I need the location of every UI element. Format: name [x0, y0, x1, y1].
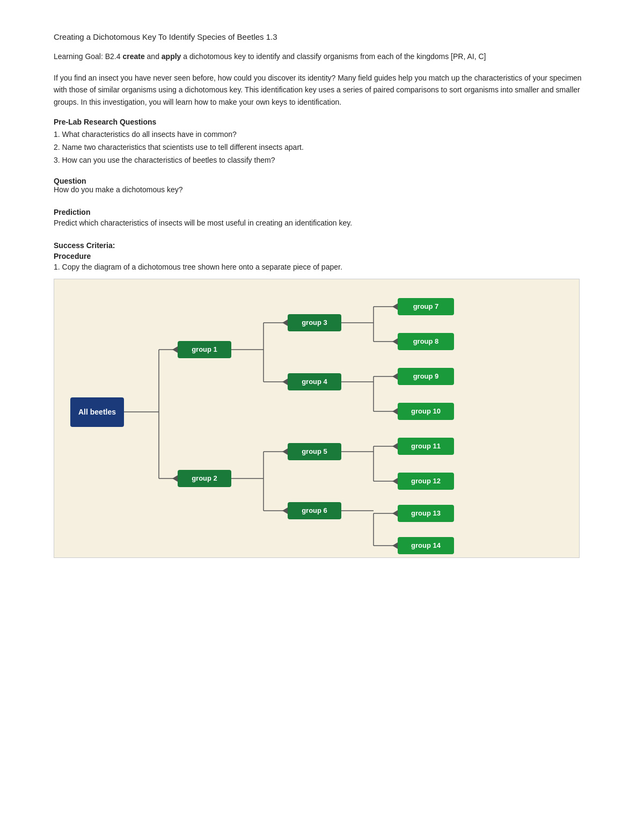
- group4-label: group 4: [302, 378, 327, 386]
- question-section: Question How do you make a dichotomous k…: [54, 177, 590, 194]
- svg-marker-35: [392, 338, 398, 345]
- svg-marker-32: [282, 448, 288, 455]
- svg-marker-38: [392, 443, 398, 449]
- node-group11: group 11: [398, 438, 454, 455]
- question-3: 3. How can you use the characteristics o…: [54, 154, 590, 167]
- group13-label: group 13: [411, 509, 441, 517]
- prediction-header: Prediction: [54, 208, 590, 216]
- node-group9: group 9: [398, 368, 454, 385]
- svg-marker-31: [282, 379, 288, 385]
- questions-list: 1. What characteristics do all insects h…: [54, 128, 590, 166]
- svg-marker-33: [282, 507, 288, 514]
- tree-diagram: All beetles group 1 group 2 group 3 grou…: [54, 279, 580, 558]
- create-bold: create: [122, 52, 144, 61]
- success-header: Success Criteria:: [54, 241, 590, 250]
- group11-label: group 11: [411, 442, 441, 450]
- node-group13: group 13: [398, 505, 454, 522]
- learning-goal-suffix: a dichotomous key to identify and classi…: [181, 52, 486, 61]
- group12-label: group 12: [411, 477, 441, 485]
- prediction-body: Predict which characteristics of insects…: [54, 219, 590, 227]
- all-beetles-label: All beetles: [78, 408, 116, 416]
- learning-goal-mid: and: [145, 52, 162, 61]
- group9-label: group 9: [413, 372, 439, 380]
- node-group1: group 1: [178, 341, 231, 358]
- svg-marker-41: [392, 542, 398, 549]
- apply-bold: apply: [162, 52, 181, 61]
- node-group6: group 6: [288, 502, 341, 519]
- page-title: Creating a Dichotomous Key To Identify S…: [54, 32, 590, 41]
- group8-label: group 8: [413, 337, 439, 345]
- question-body: How do you make a dichotomous key?: [54, 185, 590, 194]
- node-group7: group 7: [398, 298, 454, 315]
- pre-lab-section: Pre-Lab Research Questions 1. What chara…: [54, 118, 590, 166]
- node-all-beetles: All beetles: [70, 397, 124, 427]
- svg-marker-29: [172, 475, 178, 482]
- node-group10: group 10: [398, 403, 454, 420]
- group6-label: group 6: [302, 506, 327, 514]
- learning-goal-prefix: Learning Goal: B2.4: [54, 52, 122, 61]
- intro-text: If you find an insect you have never see…: [54, 72, 590, 108]
- node-group5: group 5: [288, 443, 341, 460]
- svg-marker-30: [282, 320, 288, 326]
- learning-goal: Learning Goal: B2.4 create and apply a d…: [54, 51, 590, 62]
- node-group3: group 3: [288, 314, 341, 331]
- group5-label: group 5: [302, 447, 327, 455]
- procedure-header: Procedure: [54, 252, 590, 260]
- svg-marker-40: [392, 510, 398, 517]
- svg-marker-36: [392, 373, 398, 380]
- success-section: Success Criteria:: [54, 241, 590, 250]
- procedure-section: Procedure 1. Copy the diagram of a dicho…: [54, 252, 590, 271]
- question-2: 2. Name two characteristics that scienti…: [54, 141, 590, 154]
- node-group14: group 14: [398, 537, 454, 554]
- prediction-section: Prediction Predict which characteristics…: [54, 208, 590, 227]
- group3-label: group 3: [302, 318, 327, 327]
- group14-label: group 14: [411, 541, 441, 549]
- node-group4: group 4: [288, 373, 341, 390]
- svg-marker-34: [392, 303, 398, 310]
- question-1: 1. What characteristics do all insects h…: [54, 128, 590, 141]
- procedure-text: 1. Copy the diagram of a dichotomous tre…: [54, 263, 590, 271]
- group7-label: group 7: [413, 302, 439, 310]
- node-group12: group 12: [398, 473, 454, 490]
- svg-marker-39: [392, 478, 398, 484]
- svg-marker-28: [172, 346, 178, 353]
- question-header: Question: [54, 177, 590, 185]
- group1-label: group 1: [192, 345, 217, 353]
- node-group8: group 8: [398, 333, 454, 350]
- group10-label: group 10: [411, 407, 441, 415]
- svg-marker-37: [392, 408, 398, 415]
- pre-lab-header: Pre-Lab Research Questions: [54, 118, 590, 126]
- group2-label: group 2: [192, 474, 217, 482]
- node-group2: group 2: [178, 470, 231, 487]
